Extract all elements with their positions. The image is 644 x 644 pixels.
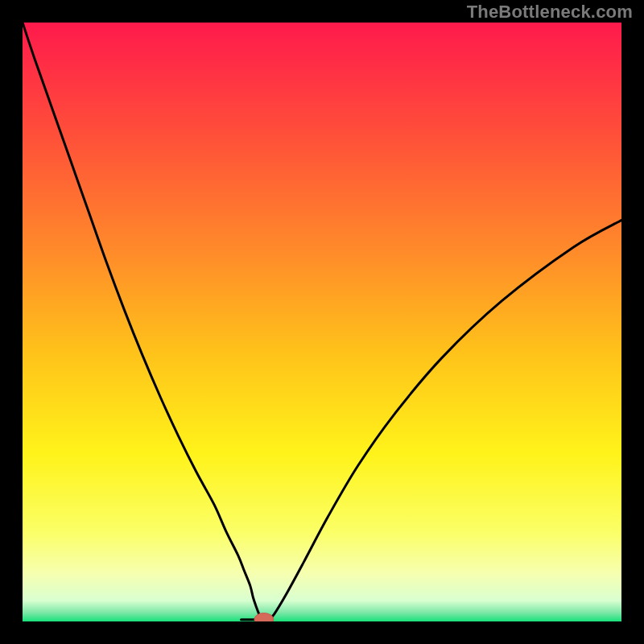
chart-svg (23, 23, 621, 621)
gradient-background (23, 23, 621, 621)
watermark-text: TheBottleneck.com (467, 2, 633, 23)
chart-frame: TheBottleneck.com (0, 0, 644, 644)
plot-area (23, 23, 621, 621)
